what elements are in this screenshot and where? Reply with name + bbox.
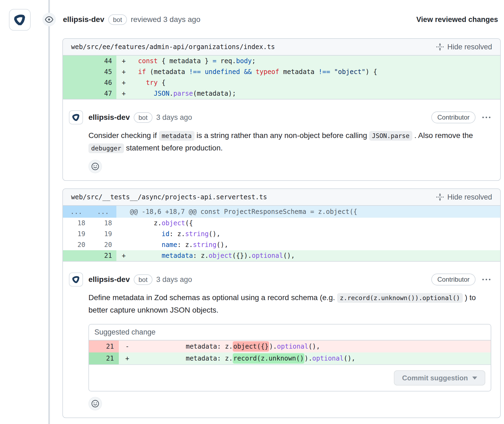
hide-resolved-button[interactable]: Hide resolved [436,43,492,51]
code-token: string [185,230,209,238]
smiley-icon [91,400,99,408]
ellipsis-logo-icon [12,12,27,27]
diff-code-cell: @@ -18,6 +18,7 @@ const ProjectResponseS… [116,206,500,218]
review-header: ellipsis-dev bot reviewed 3 days ago Vie… [63,14,498,25]
code-token: parse [173,90,193,97]
code-token: typeof [256,68,279,76]
diff-row: 45+if (metadata !== undefined && typeof … [63,66,500,77]
bot-badge: bot [108,14,127,25]
old-line-number: 20 [63,239,90,250]
diff-code-line: JSON.parse(metadata); [116,88,500,99]
inline-code-chip: JSON.parse [369,131,412,141]
diff-marker: + [122,250,126,261]
code-token: name [162,241,177,249]
comment-body: Consider checking if metadata is a strin… [88,129,491,154]
diff-row: 44+const { metadata } = req.body; [63,56,500,66]
kebab-icon [481,275,491,284]
new-line-number: 20 [90,239,117,250]
diff-table: 44+const { metadata } = req.body;45+if (… [63,56,500,99]
diff-gutter: 44 [63,56,116,66]
eye-icon [45,15,53,24]
code-token: if [138,68,146,76]
file-path[interactable]: web/src/ee/features/admin-api/organizati… [71,43,275,51]
file-path[interactable]: web/src/__tests__/async/projects-api.ser… [71,193,267,201]
comment-avatar[interactable] [69,272,83,287]
contributor-badge: Contributor [431,274,476,285]
old-line-number [63,56,90,66]
add-reaction-button[interactable] [88,397,102,410]
suggestion-code-line: metadata: z.record(z.unknown()).optional… [119,352,491,364]
code-token: && [244,68,252,76]
add-reaction-button[interactable] [88,160,102,173]
commit-suggestion-button[interactable]: Commit suggestion [394,370,485,386]
diff-code-cell: + JSON.parse(metadata); [116,88,500,99]
comment-avatar[interactable] [69,110,83,124]
code-token: "object" [334,68,366,76]
comment-menu-button[interactable] [481,275,491,284]
diff-gutter: ...... [63,206,116,218]
comment-timestamp[interactable]: 3 days ago [156,275,192,284]
diff-gutter: 46 [63,77,116,88]
diff-gutter: 1919 [63,229,116,239]
comment-header: ellipsis-devbot3 days agoContributor [69,110,491,124]
code-token: metadata: z. [162,343,233,350]
code-token: (), [216,241,228,249]
diff-code-line: const { metadata } = req.body; [116,56,500,66]
code-token: optional [252,252,283,259]
inline-code-chip: metadata [159,131,194,141]
reviewer-avatar[interactable] [9,9,31,31]
hide-resolved-button[interactable]: Hide resolved [436,193,492,201]
code-token: optional [312,355,344,362]
review-author[interactable]: ellipsis-dev [63,15,104,24]
comment-author[interactable]: ellipsis-dev [88,275,130,284]
code-token: !== [189,68,201,76]
comment-author[interactable]: ellipsis-dev [88,113,130,122]
old-line-number [63,77,90,88]
diff-row: 1818 z.object({ [63,218,500,229]
code-token: string [193,241,216,249]
bot-badge: bot [134,112,152,123]
code-token: ({}). [232,252,252,259]
chevron-down-icon [472,377,477,380]
diff-marker: + [122,88,126,99]
review-comment: ellipsis-devbot3 days agoContributorCons… [63,99,500,180]
new-line-number: 47 [90,88,117,99]
comment-text: Consider checking if [88,131,159,140]
code-token: = [213,57,216,65]
diff-code-cell: z.object({ [116,218,500,229]
comment-text: statement before production. [124,144,223,152]
diff-code-line: @@ -18,6 +18,7 @@ const ProjectResponseS… [116,206,500,218]
code-token [138,90,154,97]
timeline-line [48,0,50,424]
diff-gutter: 45 [63,66,116,77]
code-token: ). [304,355,312,362]
code-token [330,68,334,76]
fold-icon [436,193,444,201]
old-line-number: 19 [63,229,90,239]
old-line-number [63,250,90,261]
suggestion-code-line: metadata: z.object({}).optional(), [119,341,491,352]
suggested-change-block: Suggested change21- metadata: z.object({… [88,324,491,391]
diff-row: 46+ try { [63,77,500,88]
comment-text: Define metadata in Zod schemas as option… [88,293,337,302]
comment-menu-button[interactable] [481,113,491,122]
new-line-number: 44 [90,56,117,66]
suggestion-line-number: 21 [89,352,119,364]
diff-row: 47+ JSON.parse(metadata); [63,88,500,99]
bot-badge: bot [134,274,152,285]
code-token: object [209,252,232,259]
diff-code-cell: + metadata: z.object({}).optional(), [116,250,500,261]
code-token: ) { [365,68,377,76]
diff-code-cell: +if (metadata !== undefined && typeof me… [116,66,500,77]
review-thread-card: web/src/ee/features/admin-api/organizati… [62,38,501,181]
diff-file-header: web/src/__tests__/async/projects-api.ser… [63,189,500,206]
suggestion-line-number: 21 [89,341,119,352]
comment-timestamp[interactable]: 3 days ago [156,113,192,122]
view-reviewed-changes-link[interactable]: View reviewed changes [416,15,498,24]
diff-code-line: name: z.string(), [116,239,500,250]
code-token: record(z.unknown() [233,353,304,364]
code-token: JSON [154,90,170,97]
code-token: object [162,219,185,227]
old-line-number: ... [63,206,90,218]
diff-code-line: metadata: z.object({}).optional(), [116,250,500,261]
